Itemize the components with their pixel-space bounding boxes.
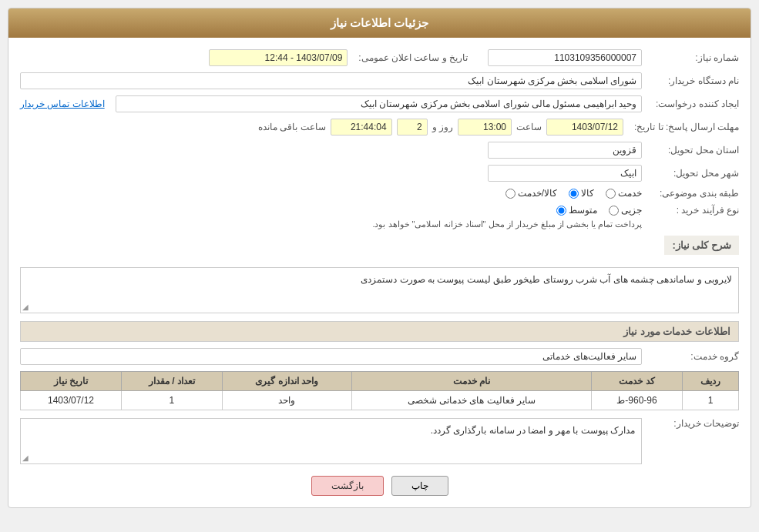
creator-value: وحید ابراهیمی مسئول مالی شورای اسلامی بخ…: [116, 95, 642, 112]
category-service-radio[interactable]: [606, 189, 616, 199]
services-table-header-row: ردیف کد خدمت نام خدمت واحد اندازه گیری ت…: [21, 372, 739, 391]
response-days: 2: [397, 119, 428, 136]
category-both-radio[interactable]: [505, 189, 516, 199]
cell-quantity: 1: [122, 391, 223, 410]
announcement-date-value: 1403/07/09 - 12:44: [209, 49, 348, 66]
services-table: ردیف کد خدمت نام خدمت واحد اندازه گیری ت…: [20, 371, 739, 410]
cell-name: سایر فعالیت های خدماتی شخصی: [351, 391, 592, 410]
resize-handle: ◢: [22, 303, 29, 311]
response-time-label: ساعت: [516, 122, 542, 132]
city-row: شهر محل تحویل: ابیک: [20, 165, 739, 182]
province-value: قزوین: [488, 142, 642, 159]
city-value: ابیک: [488, 165, 642, 182]
buyer-notes-container: مدارک پیوست با مهر و امضا در سامانه بارگ…: [20, 418, 642, 464]
cell-date: 1403/07/12: [21, 391, 122, 410]
purchase-option-medium: متوسط: [556, 205, 597, 216]
purchase-option-partial: جزیی: [609, 205, 642, 216]
category-option-both: کالا/خدمت: [505, 188, 557, 199]
panel-title: جزئیات اطلاعات نیاز: [331, 16, 428, 29]
print-button[interactable]: چاپ: [391, 476, 448, 496]
purchase-partial-label: جزیی: [621, 205, 642, 216]
announcement-date-label: تاریخ و ساعت اعلان عمومی:: [352, 52, 468, 63]
category-service-label: خدمت: [618, 188, 642, 199]
need-description-label: شرح کلی نیاز:: [672, 239, 731, 251]
category-option-service: خدمت: [606, 188, 642, 199]
need-description-row: شرح کلی نیاز:: [20, 236, 739, 261]
purchase-type-row: نوع فرآیند خرید : جزیی متوسط پرداخت تمام…: [20, 205, 739, 229]
back-button[interactable]: بازگشت: [311, 476, 384, 496]
category-option-goods: کالا: [569, 188, 594, 199]
purchase-type-label: نوع فرآیند خرید :: [646, 205, 739, 216]
response-time: 13:00: [458, 119, 512, 136]
services-section-title: اطلاعات خدمات مورد نیاز: [20, 321, 739, 342]
buyer-notes-box: مدارک پیوست با مهر و امضا در سامانه بارگ…: [20, 418, 642, 464]
need-number-value: 1103109356000007: [488, 49, 642, 66]
buyer-notes-value: مدارک پیوست با مهر و امضا در سامانه بارگ…: [431, 425, 635, 436]
creator-row: ایجاد کننده درخواست: وحید ابراهیمی مسئول…: [20, 95, 739, 112]
main-panel: جزئیات اطلاعات نیاز شماره نیاز: 11031093…: [8, 8, 751, 508]
response-deadline-label: مهلت ارسال پاسخ: تا تاریخ:: [628, 122, 739, 132]
category-row: طبقه بندی موضوعی: خدمت کالا کالا/خدمت: [20, 188, 739, 199]
cell-row: 1: [682, 391, 738, 410]
col-date: تاریخ نیاز: [21, 372, 122, 391]
response-deadline-row: مهلت ارسال پاسخ: تا تاریخ: 1403/07/12 سا…: [20, 119, 739, 136]
buyer-org-label: نام دستگاه خریدار:: [646, 75, 739, 86]
purchase-partial-radio[interactable]: [609, 206, 619, 216]
category-goods-label: کالا: [581, 188, 594, 199]
col-name: نام خدمت: [351, 372, 592, 391]
col-unit: واحد اندازه گیری: [222, 372, 351, 391]
need-description-value: لایروبی و ساماندهی چشمه های آب شرب روستا…: [361, 274, 732, 285]
buyer-org-row: نام دستگاه خریدار: شورای اسلامی بخش مرکز…: [20, 72, 739, 89]
response-remaining: 21:44:04: [331, 119, 392, 136]
buttons-row: چاپ بازگشت: [20, 476, 739, 496]
col-code: کد خدمت: [592, 372, 683, 391]
purchase-medium-label: متوسط: [569, 205, 597, 216]
category-label: طبقه بندی موضوعی:: [646, 188, 739, 199]
panel-body: شماره نیاز: 1103109356000007 تاریخ و ساع…: [8, 38, 751, 507]
purchase-medium-radio[interactable]: [556, 206, 566, 216]
category-radio-group: خدمت کالا کالا/خدمت: [505, 188, 642, 199]
contact-link[interactable]: اطلاعات تماس خریدار: [20, 99, 105, 109]
province-row: استان محل تحویل: قزوین: [20, 142, 739, 159]
service-group-row: گروه خدمت: سایر فعالیت‌های خدماتی: [20, 348, 739, 365]
category-both-label: کالا/خدمت: [518, 188, 557, 199]
panel-header: جزئیات اطلاعات نیاز: [8, 8, 751, 38]
service-group-value: سایر فعالیت‌های خدماتی: [20, 348, 642, 365]
creator-label: ایجاد کننده درخواست:: [646, 99, 739, 109]
col-row: ردیف: [682, 372, 738, 391]
purchase-note: پرداخت تمام یا بخشی از مبلغ خریدار از مح…: [372, 219, 642, 229]
cell-code: 960-96-ط: [592, 391, 683, 410]
province-label: استان محل تحویل:: [646, 145, 739, 156]
cell-unit: واحد: [222, 391, 351, 410]
response-remaining-label: ساعت باقی مانده: [258, 122, 326, 132]
need-description-box: لایروبی و ساماندهی چشمه های آب شرب روستا…: [20, 267, 739, 313]
buyer-notes-row: توضیحات خریدار: مدارک پیوست با مهر و امض…: [20, 418, 739, 464]
buyer-org-value: شورای اسلامی بخش مرکزی شهرستان ابیک: [20, 72, 642, 89]
purchase-radio-group: جزیی متوسط: [372, 205, 642, 216]
need-number-label: شماره نیاز:: [646, 52, 739, 63]
response-days-label: روز و: [432, 122, 453, 132]
service-group-label: گروه خدمت:: [646, 351, 739, 362]
table-row: 1 960-96-ط سایر فعالیت های خدماتی شخصی و…: [21, 391, 739, 410]
response-date: 1403/07/12: [546, 119, 623, 136]
resize-handle-2: ◢: [22, 453, 29, 462]
city-label: شهر محل تحویل:: [646, 168, 739, 179]
category-goods-radio[interactable]: [569, 189, 579, 199]
buyer-notes-label: توضیحات خریدار:: [646, 418, 739, 429]
need-number-row: شماره نیاز: 1103109356000007 تاریخ و ساع…: [20, 49, 739, 66]
col-quantity: تعداد / مقدار: [122, 372, 223, 391]
need-description-container: لایروبی و ساماندهی چشمه های آب شرب روستا…: [20, 267, 739, 313]
